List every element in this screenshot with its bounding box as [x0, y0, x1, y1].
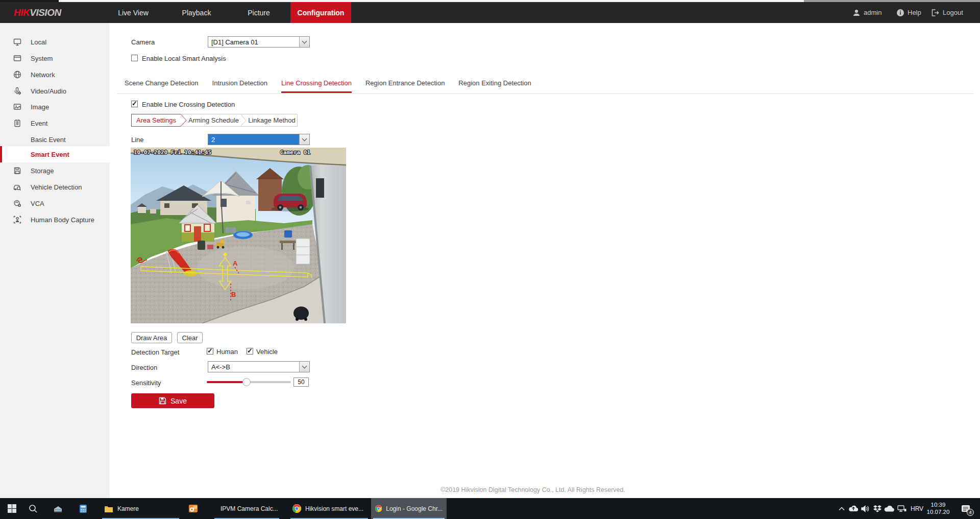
chrome-icon — [292, 504, 301, 513]
taskbar-search-button[interactable] — [26, 498, 41, 519]
sidebar-item-label: Network — [31, 71, 55, 79]
subtab-arrow-gray — [240, 114, 247, 126]
system-window-icon — [13, 54, 21, 62]
vca-icon — [13, 199, 21, 207]
subtab-arrow-red — [181, 114, 187, 126]
top-navbar: HIKVISION Live View Playback Picture Con… — [0, 2, 980, 23]
dropbox-icon[interactable] — [871, 498, 884, 519]
subtab-arming-schedule[interactable]: Arming Schedule — [187, 114, 240, 126]
sensitivity-value-input[interactable] — [293, 378, 309, 387]
parked-car — [271, 194, 309, 211]
sidebar-item-network[interactable]: Network — [0, 66, 110, 83]
sidebar-item-label: Smart Event — [31, 151, 69, 158]
speaker-icon[interactable] — [860, 498, 871, 519]
globe-icon — [13, 70, 21, 79]
human-checkbox[interactable] — [207, 348, 213, 355]
vehicle-label: Vehicle — [256, 348, 278, 356]
sidebar-item-label: Human Body Capture — [31, 216, 94, 224]
onedrive-icon[interactable] — [883, 498, 896, 519]
calculator-app-button[interactable] — [76, 498, 91, 519]
nav-configuration[interactable]: Configuration — [290, 2, 351, 23]
footer-copyright: ©2019 Hikvision Digital Technology Co., … — [109, 486, 957, 493]
sidebar-item-event[interactable]: Event — [0, 115, 110, 131]
help-icon — [896, 9, 904, 18]
area-settings-subtabs: Area Settings Arming Schedule Linkage Me… — [131, 114, 298, 127]
scanner-app-button[interactable] — [50, 498, 65, 519]
sidebar-item-vca[interactable]: VCA — [0, 195, 110, 211]
tab-line-crossing-detection[interactable]: Line Crossing Detection — [281, 79, 352, 93]
line-select[interactable]: 2 — [208, 134, 310, 145]
sidebar-item-smart-event[interactable]: Smart Event — [0, 146, 110, 162]
start-button[interactable] — [4, 498, 19, 519]
sidebar: Local System Network Video/Audio Image E… — [0, 23, 110, 498]
windows-taskbar: Kamere IPVM Camera Calc... Hikvision sma… — [0, 498, 980, 519]
sidebar-item-label: Image — [31, 103, 49, 111]
nav-picture[interactable]: Picture — [243, 2, 275, 23]
sensitivity-slider-fill — [207, 381, 247, 383]
logout-label: Logout — [943, 9, 963, 16]
tab-region-exiting-detection[interactable]: Region Exiting Detection — [458, 79, 531, 93]
label-a: A — [233, 260, 238, 267]
preview-photo — [131, 148, 346, 323]
sidebar-item-label: System — [31, 55, 53, 62]
network-icon[interactable] — [895, 498, 909, 519]
enable-line-crossing-checkbox[interactable] — [131, 101, 138, 107]
sidebar-item-video-audio[interactable]: Video/Audio — [0, 83, 110, 99]
line-select-value: 2 — [208, 134, 299, 145]
sidebar-item-basic-event[interactable]: Basic Event — [0, 131, 110, 148]
tab-scene-change-detection[interactable]: Scene Change Detection — [125, 79, 199, 93]
dropdown-chevron-icon[interactable] — [299, 362, 309, 372]
sidebar-item-label: Event — [31, 120, 47, 127]
chrome-icon — [375, 504, 382, 513]
dropdown-chevron-icon[interactable] — [299, 134, 309, 145]
tray-chevron-up-icon[interactable] — [836, 498, 847, 519]
sensitivity-slider-handle[interactable] — [242, 378, 251, 386]
tab-intrusion-detection[interactable]: Intrusion Detection — [212, 79, 267, 93]
hikvision-config-screen: HIKVISION Live View Playback Picture Con… — [0, 0, 980, 519]
nav-live-view-label: Live View — [118, 9, 149, 17]
tray-language[interactable]: HRV — [911, 505, 923, 512]
taskbar-window-kamere[interactable]: Kamere — [100, 498, 181, 519]
notification-center-button[interactable]: 4 — [958, 498, 975, 519]
sidebar-item-local[interactable]: Local — [0, 34, 110, 50]
taskbar-window-ipvm[interactable]: IPVM Camera Calc... — [212, 498, 281, 519]
enable-local-smart-analysis-checkbox[interactable] — [131, 55, 138, 61]
vehicle-checkbox[interactable] — [247, 348, 253, 355]
outlook-app-button[interactable] — [185, 498, 201, 519]
cloud-upload-icon[interactable] — [847, 498, 860, 519]
tray-clock[interactable]: 10:39 10.07.20 — [925, 501, 951, 515]
sidebar-item-system[interactable]: System — [0, 50, 110, 66]
clear-button[interactable]: Clear — [177, 332, 203, 343]
human-capture-icon — [13, 216, 21, 224]
detection-target-label: Detection Target — [131, 348, 179, 356]
taskbar-window-hikvision[interactable]: Hikvision smart eve... — [288, 498, 370, 519]
sidebar-item-vehicle-detection[interactable]: Vehicle Detection — [0, 179, 110, 195]
draw-area-button[interactable]: Draw Area — [131, 332, 172, 343]
dropdown-chevron-icon[interactable] — [299, 37, 309, 47]
sidebar-item-image[interactable]: Image — [0, 99, 110, 115]
tabs-divider — [117, 93, 974, 94]
save-button[interactable]: Save — [131, 393, 214, 408]
sidebar-item-label: Local — [31, 38, 46, 46]
camera-preview[interactable]: A B 10-07-2020 Fri 10:41:45 Camera 01 — [131, 148, 346, 323]
direction-select[interactable]: A<->B — [208, 361, 310, 372]
line-label: Line — [131, 136, 144, 144]
taskbar-window-label: Kamere — [117, 505, 139, 512]
subtab-linkage-method[interactable]: Linkage Method — [247, 114, 297, 126]
user-icon — [852, 9, 861, 18]
direction-label: Direction — [131, 364, 157, 371]
nav-picture-label: Picture — [248, 9, 270, 17]
sidebar-item-human-body-capture[interactable]: Human Body Capture — [0, 211, 110, 228]
camera-select[interactable]: [D1] Camera 01 — [208, 36, 310, 48]
nav-live-view[interactable]: Live View — [114, 2, 153, 23]
tab-region-entrance-detection[interactable]: Region Entrance Detection — [365, 79, 445, 93]
taskbar-window-login-chrome[interactable]: Login - Google Chr... — [371, 498, 447, 519]
nav-playback[interactable]: Playback — [178, 2, 215, 23]
sidebar-item-label: Storage — [31, 167, 54, 175]
sidebar-item-storage[interactable]: Storage — [0, 162, 110, 179]
outlook-icon — [188, 504, 198, 513]
event-clipboard-icon — [13, 119, 21, 127]
sidebar-item-label: Vehicle Detection — [31, 183, 82, 191]
subtab-area-settings[interactable]: Area Settings — [131, 114, 181, 127]
folder-icon — [104, 505, 113, 513]
